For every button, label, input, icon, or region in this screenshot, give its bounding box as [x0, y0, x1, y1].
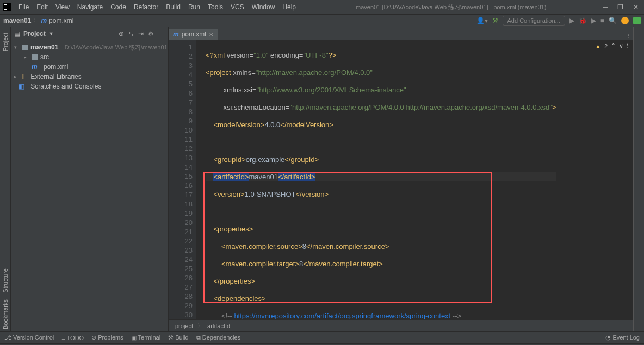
gear-icon[interactable]: ⚙	[148, 30, 154, 37]
bottom-tool-bar: ⎇ Version Control ≡ TODO ⊘ Problems ▣ Te…	[0, 331, 644, 343]
user-icon[interactable]: 👤▾	[476, 17, 488, 24]
menu-tools[interactable]: Tools	[205, 2, 226, 12]
todo-tool[interactable]: ≡ TODO	[61, 335, 84, 341]
editor-area: m pom.xml ✕ ⁝ ▲2⌃∨⁝ 1234567💡891011121314…	[169, 27, 633, 331]
menu-edit[interactable]: Edit	[33, 2, 51, 12]
maven-file-icon: m	[41, 17, 47, 24]
search-icon[interactable]: 🔍	[609, 17, 617, 24]
run-config-button[interactable]: Add Configuration...	[503, 16, 565, 26]
menu-navigate[interactable]: Navigate	[74, 2, 106, 12]
deps-tool[interactable]: ⧉ Dependencies	[196, 334, 240, 341]
project-tool-button[interactable]: Project	[2, 30, 9, 53]
tree-root-path: D:\JAVAcode\Java Web 练习\maven01	[65, 43, 168, 52]
inspection-summary[interactable]: ▲2⌃∨⁝	[595, 42, 629, 49]
shield-icon[interactable]	[633, 17, 641, 24]
run-icon[interactable]: ▶	[569, 17, 574, 24]
chevron-right-icon: 〉	[33, 17, 39, 24]
menu-refactor[interactable]: Refactor	[131, 2, 162, 12]
hide-icon[interactable]: —	[158, 30, 165, 37]
dropdown-icon[interactable]: ▼	[49, 31, 54, 36]
bc-project: project	[175, 323, 193, 329]
coverage-icon[interactable]: ▶	[591, 17, 596, 24]
bookmarks-tool-button[interactable]: Bookmarks	[2, 297, 9, 331]
collapse-icon[interactable]: ⇥	[138, 30, 144, 37]
tree-root: maven01	[30, 43, 58, 51]
menu-window[interactable]: Window	[249, 2, 278, 12]
target-icon[interactable]: ⊕	[119, 30, 124, 37]
right-tool-strip	[633, 27, 644, 331]
title-bar: File Edit View Navigate Code Refactor Bu…	[0, 0, 644, 14]
editor-breadcrumb[interactable]: project〉artifactId	[169, 319, 633, 331]
tab-pom[interactable]: m pom.xml ✕	[169, 28, 218, 40]
vcs-tool[interactable]: ⎇ Version Control	[4, 334, 54, 341]
window-title: maven01 [D:\JAVAcode\Java Web 练习\maven01…	[299, 3, 603, 11]
stop-icon[interactable]: ■	[600, 17, 604, 24]
project-panel: ▤ Project ▼ ⊕ ⇆ ⇥ ⚙ — ▾maven01 D:\JAVAco…	[11, 27, 169, 331]
project-title: Project	[23, 30, 46, 37]
svg-rect-2	[4, 9, 7, 10]
structure-tool-button[interactable]: Structure	[2, 266, 9, 295]
minimize-button[interactable]: ─	[603, 3, 608, 11]
intellij-icon	[3, 3, 11, 11]
code-lines[interactable]: <?xml version="1.0" encoding="UTF-8"?> <…	[203, 40, 556, 319]
tab-options-icon[interactable]: ⁝	[624, 32, 633, 40]
breadcrumb-file[interactable]: pom.xml	[49, 17, 73, 24]
tree-src: src	[40, 53, 49, 61]
left-tool-strip: Project Structure Bookmarks	[0, 27, 11, 331]
library-icon: ⫴	[22, 73, 24, 80]
close-tab-icon[interactable]: ✕	[209, 32, 213, 37]
menu-vcs[interactable]: VCS	[227, 2, 247, 12]
menu-build[interactable]: Build	[163, 2, 184, 12]
terminal-tool[interactable]: ▣ Terminal	[131, 334, 160, 341]
debug-icon[interactable]: 🐞	[579, 17, 587, 24]
tab-label: pom.xml	[182, 30, 206, 38]
menu-run[interactable]: Run	[185, 2, 203, 12]
menu-help[interactable]: Help	[279, 2, 299, 12]
maven-file-icon: m	[173, 30, 179, 38]
line-gutter: 1234567💡89101112131415161718192021222324…	[169, 40, 196, 319]
tree-pom: pom.xml	[44, 63, 68, 71]
folder-icon: ▤	[14, 30, 20, 37]
tree-ext-libs: External Libraries	[30, 73, 81, 80]
editor-tabs: m pom.xml ✕ ⁝	[169, 27, 633, 40]
main-menu: File Edit View Navigate Code Refactor Bu…	[15, 2, 299, 12]
window-controls: ─ ❐ ✕	[603, 3, 639, 11]
tree-scratches: Scratches and Consoles	[30, 83, 101, 90]
menu-file[interactable]: File	[15, 2, 32, 12]
maximize-button[interactable]: ❐	[617, 3, 623, 11]
menu-view[interactable]: View	[52, 2, 73, 12]
bc-artifact: artifactId	[207, 323, 230, 329]
project-tree[interactable]: ▾maven01 D:\JAVAcode\Java Web 练习\maven01…	[11, 40, 168, 93]
problems-tool[interactable]: ⊘ Problems	[91, 334, 123, 341]
breadcrumb-project[interactable]: maven01	[3, 17, 31, 24]
build-tool[interactable]: ⚒ Build	[168, 334, 189, 341]
avatar-icon[interactable]	[621, 17, 629, 24]
hammer-icon[interactable]: ⚒	[492, 17, 498, 24]
fold-bar[interactable]	[196, 40, 203, 319]
event-log-tool[interactable]: ◔ Event Log	[605, 334, 640, 341]
code-editor[interactable]: ▲2⌃∨⁝ 1234567💡89101112131415161718192021…	[169, 40, 633, 319]
menu-code[interactable]: Code	[107, 2, 129, 12]
scratch-icon: ◧	[18, 83, 24, 90]
navigation-bar: maven01 〉 m pom.xml 👤▾ ⚒ Add Configurati…	[0, 14, 644, 27]
svg-rect-1	[4, 4, 7, 5]
expand-icon[interactable]: ⇆	[128, 30, 134, 37]
close-button[interactable]: ✕	[633, 3, 639, 11]
